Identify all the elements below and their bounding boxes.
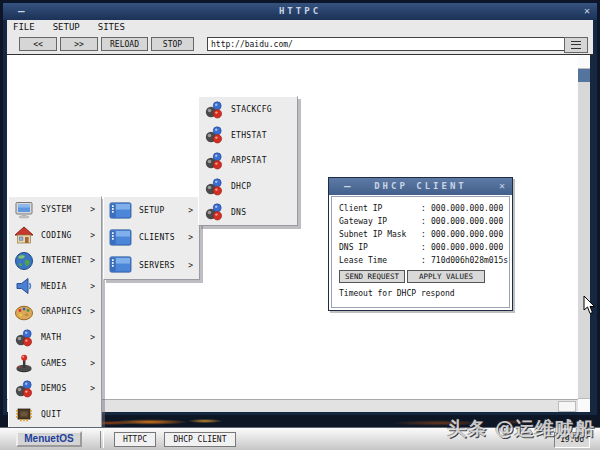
submenu-item-ethstat[interactable]: ETHSTAT: [199, 123, 297, 149]
field-separator: :: [421, 228, 431, 241]
menu-item-internet[interactable]: INTERNET >: [9, 248, 101, 274]
watermark-text: 头条 @运维贼船: [447, 416, 595, 442]
molecule-icon: [204, 125, 224, 145]
menuetos-start-button[interactable]: MenuetOS: [16, 431, 82, 447]
speaker-icon: [14, 276, 34, 296]
home-icon: [14, 225, 34, 245]
menu-item-label: ETHSTAT: [231, 131, 267, 140]
menu-item-system[interactable]: SYSTEM >: [9, 197, 101, 223]
globe-icon: [14, 251, 34, 271]
menu-item-label: GAMES: [41, 359, 67, 368]
field-value: 000.000.000.000: [431, 202, 503, 215]
field-value: 000.000.000.000: [431, 215, 503, 228]
menu-item-coding[interactable]: CODING >: [9, 223, 101, 249]
menu-item-label: SETUP: [139, 206, 165, 215]
scroll-up-button[interactable]: [578, 55, 590, 69]
hamburger-menu-button[interactable]: [564, 37, 588, 53]
menu-item-label: DEMOS: [41, 384, 67, 393]
taskbar-task-dhcp-client[interactable]: DHCP CLIENT: [164, 432, 236, 447]
window-icon: [109, 255, 132, 275]
dhcp-status-text: Timeout for DHCP respond: [339, 289, 509, 298]
submenu-item-clients[interactable]: CLIENTS >: [104, 224, 199, 251]
submenu-arrow-icon: >: [90, 384, 95, 393]
httpc-titlebar[interactable]: — HTTPC ✕: [3, 3, 597, 20]
clients-submenu: STACKCFG ETHSTAT ARPSTAT DHCP DNS: [198, 96, 298, 226]
submenu-item-arpstat[interactable]: ARPSTAT: [199, 148, 297, 174]
menu-item-graphics[interactable]: GRAPHICS >: [9, 299, 101, 325]
submenu-item-dns[interactable]: DNS: [199, 199, 297, 225]
taskbar-separator: [100, 431, 104, 448]
submenu-arrow-icon: >: [90, 282, 95, 291]
apply-values-button[interactable]: APPLY VALUES: [407, 270, 485, 283]
menu-item-label: INTERNET: [41, 256, 82, 265]
menu-sites[interactable]: SITES: [94, 22, 129, 32]
dhcp-titlebar[interactable]: — DHCP CLIENT ✕: [329, 178, 512, 195]
field-label: Lease Time: [339, 254, 421, 267]
submenu-arrow-icon: >: [90, 307, 95, 316]
close-icon[interactable]: ✕: [499, 180, 505, 191]
internet-submenu: SETUP > CLIENTS > SERVERS >: [103, 196, 200, 280]
dhcp-window-body: Client IP : 000.000.000.000 Gateway IP :…: [331, 196, 510, 308]
menu-item-label: DHCP: [231, 182, 251, 191]
submenu-item-dhcp[interactable]: DHCP: [199, 174, 297, 200]
field-value: 000.000.000.000: [431, 241, 503, 254]
close-icon[interactable]: ✕: [584, 5, 590, 16]
submenu-item-servers[interactable]: SERVERS >: [104, 252, 199, 279]
chip-icon: [14, 404, 34, 424]
field-label: Subnet IP Mask: [339, 228, 421, 241]
submenu-arrow-icon: >: [90, 256, 95, 265]
field-client-ip: Client IP : 000.000.000.000: [339, 202, 509, 215]
menu-setup[interactable]: SETUP: [49, 22, 84, 32]
scroll-corner-button[interactable]: [558, 401, 576, 412]
field-separator: :: [421, 202, 431, 215]
field-value: 710d006h028m015s: [431, 254, 508, 267]
forward-button[interactable]: >>: [60, 37, 98, 51]
menu-item-label: SERVERS: [139, 261, 175, 270]
vertical-scrollbar[interactable]: [578, 55, 590, 412]
menu-item-label: MEDIA: [41, 282, 67, 291]
dhcp-client-window: — DHCP CLIENT ✕ Client IP : 000.000.000.…: [328, 177, 513, 311]
menu-item-label: DNS: [231, 208, 246, 217]
molecule-icon: [204, 151, 224, 171]
hamburger-icon: [571, 41, 581, 49]
reload-button[interactable]: RELOAD: [101, 37, 148, 51]
submenu-arrow-icon: >: [90, 231, 95, 240]
palette-icon: [14, 302, 34, 322]
menu-item-games[interactable]: GAMES >: [9, 350, 101, 376]
browser-toolbar: << >> RELOAD STOP: [7, 34, 593, 55]
field-label: DNS IP: [339, 241, 421, 254]
taskbar-task-httpc[interactable]: HTTPC: [114, 432, 156, 447]
start-menu: SYSTEM > CODING > INTERNET > MEDIA > GRA…: [8, 196, 102, 428]
send-request-button[interactable]: SEND REQUEST: [339, 270, 405, 283]
stop-button[interactable]: STOP: [151, 37, 194, 51]
submenu-item-stackcfg[interactable]: STACKCFG: [199, 97, 297, 123]
url-input[interactable]: [207, 37, 567, 51]
window-icon: [109, 228, 132, 248]
submenu-item-setup[interactable]: SETUP >: [104, 197, 199, 224]
mouse-cursor: [583, 296, 596, 315]
scrollbar-thumb[interactable]: [578, 69, 590, 82]
field-label: Gateway IP: [339, 215, 421, 228]
field-separator: :: [421, 215, 431, 228]
molecule-icon: [204, 100, 224, 120]
menu-item-math[interactable]: MATH >: [9, 325, 101, 351]
menu-item-label: MATH: [41, 333, 61, 342]
molecule-icon: [204, 202, 224, 222]
menu-item-label: ARPSTAT: [231, 156, 267, 165]
menu-item-label: CLIENTS: [139, 233, 175, 242]
menu-item-label: QUIT: [41, 410, 61, 419]
back-button[interactable]: <<: [19, 37, 57, 51]
field-separator: :: [421, 241, 431, 254]
monitor-icon: [14, 200, 34, 220]
menu-item-media[interactable]: MEDIA >: [9, 274, 101, 300]
submenu-arrow-icon: >: [188, 233, 193, 242]
field-gateway-ip: Gateway IP : 000.000.000.000: [339, 215, 509, 228]
menu-file[interactable]: FILE: [9, 22, 39, 32]
menu-item-quit[interactable]: QUIT: [9, 401, 101, 427]
menu-item-demos[interactable]: DEMOS >: [9, 376, 101, 402]
scroll-down-button[interactable]: [578, 398, 590, 412]
window-icon: [109, 201, 132, 221]
molecule-icon: [14, 328, 34, 348]
field-label: Client IP: [339, 202, 421, 215]
menu-item-label: GRAPHICS: [41, 307, 82, 316]
